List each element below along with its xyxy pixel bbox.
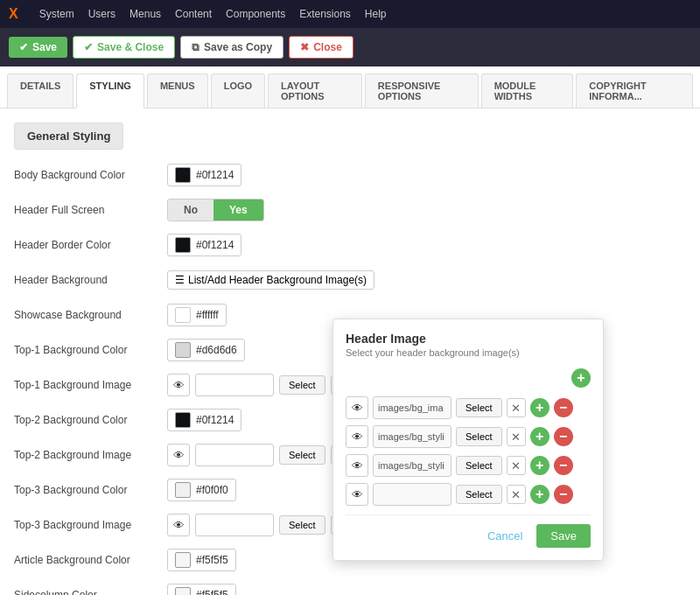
modal-add-btn-3[interactable]: + [530, 456, 550, 475]
top2-eye-icon[interactable]: 👁 [167, 444, 190, 466]
header-fullscreen-row: Header Full Screen No Yes [14, 197, 686, 223]
nav-users[interactable]: Users [88, 8, 116, 20]
tab-layout[interactable]: LAYOUT OPTIONS [268, 74, 362, 108]
top3-image-input[interactable] [195, 514, 274, 536]
tab-details[interactable]: DETAILS [7, 74, 74, 108]
showcase-bg-label: Showcase Background [14, 309, 167, 321]
nav-components[interactable]: Components [226, 8, 285, 20]
top2-bg-color-swatch[interactable]: #0f1214 [167, 409, 242, 431]
tab-bar: DETAILS STYLING MENUS LOGO LAYOUT OPTION… [0, 66, 700, 108]
modal-select-btn-2[interactable]: Select [456, 427, 502, 446]
top2-select-btn[interactable]: Select [279, 445, 326, 465]
sidecolumn-color-label: Sidecolumn Color [14, 589, 167, 595]
modal-cancel-btn[interactable]: Cancel [480, 524, 529, 548]
modal-add-btn-1[interactable]: + [530, 398, 550, 417]
top-nav: X System Users Menus Content Components … [0, 0, 700, 28]
save-copy-button[interactable]: ⧉ Save as Copy [180, 36, 284, 59]
header-image-modal: Header Image Select your header backgrou… [332, 318, 604, 561]
nav-extensions[interactable]: Extensions [299, 8, 351, 20]
header-border-color-value: #0f1214 [196, 239, 234, 251]
top3-bg-color-swatch[interactable]: #f0f0f0 [167, 479, 236, 501]
article-bg-color-label: Article Background Color [14, 554, 167, 566]
site-logo: X [9, 6, 18, 22]
modal-select-btn-3[interactable]: Select [456, 456, 502, 475]
top3-bg-color-value: #f0f0f0 [196, 484, 228, 496]
modal-add-btn-2[interactable]: + [530, 427, 550, 446]
modal-remove-btn-3[interactable]: − [554, 456, 573, 475]
tab-module-widths[interactable]: MODULE WIDTHS [481, 74, 574, 108]
top2-image-input[interactable] [195, 444, 274, 466]
top2-bg-image-label: Top-2 Background Image [14, 449, 167, 461]
top1-bg-color-label: Top-1 Background Color [14, 344, 167, 356]
modal-save-btn[interactable]: Save [536, 524, 591, 548]
top3-select-btn[interactable]: Select [279, 515, 326, 535]
top1-bg-color-value: #d6d6d6 [196, 344, 237, 356]
nav-menus[interactable]: Menus [130, 8, 161, 20]
top2-bg-color-label: Top-2 Background Color [14, 414, 167, 426]
tab-menus[interactable]: MENUS [147, 74, 208, 108]
toggle-no[interactable]: No [168, 200, 214, 220]
modal-remove-btn-4[interactable]: − [554, 485, 573, 504]
modal-image-input-1[interactable] [373, 396, 452, 419]
modal-eye-icon-4[interactable]: 👁 [346, 483, 368, 506]
modal-image-input-4[interactable] [373, 483, 452, 506]
top1-eye-icon[interactable]: 👁 [167, 374, 190, 396]
nav-help[interactable]: Help [365, 8, 387, 20]
main-content: General Styling Body Background Color #0… [0, 108, 700, 595]
header-bg-row: Header Background ☰ List/Add Header Back… [14, 267, 686, 293]
save-button[interactable]: ✔ Save [9, 37, 67, 58]
modal-select-btn-1[interactable]: Select [456, 398, 502, 417]
modal-image-input-2[interactable] [373, 425, 452, 448]
tab-styling[interactable]: STYLING [76, 74, 144, 108]
copy-icon: ⧉ [192, 41, 200, 53]
top1-image-input[interactable] [195, 374, 274, 396]
modal-remove-btn-2[interactable]: − [554, 427, 573, 446]
top3-eye-icon[interactable]: 👁 [167, 514, 190, 536]
toolbar: ✔ Save ✔ Save & Close ⧉ Save as Copy ✖ C… [0, 28, 700, 66]
showcase-bg-swatch[interactable]: #ffffff [167, 304, 227, 326]
body-bg-color-value: #0f1214 [196, 169, 234, 181]
header-border-color-swatch[interactable]: #0f1214 [167, 234, 242, 256]
list-icon: ☰ [175, 274, 185, 286]
swatch-box-5 [175, 412, 191, 428]
toggle-yes[interactable]: Yes [214, 200, 263, 220]
swatch-box-7 [175, 552, 191, 568]
save-close-button[interactable]: ✔ Save & Close [73, 36, 175, 59]
sidecolumn-color-value: #f5f5f5 [196, 589, 228, 595]
swatch-box-3 [175, 307, 191, 323]
modal-image-row-1: 👁 Select ✕ + − [346, 396, 591, 419]
close-button[interactable]: ✖ Close [289, 36, 354, 59]
modal-select-btn-4[interactable]: Select [456, 485, 502, 504]
top1-bg-color-swatch[interactable]: #d6d6d6 [167, 339, 245, 361]
sidecolumn-color-swatch[interactable]: #f5f5f5 [167, 584, 236, 595]
swatch-box-8 [175, 587, 191, 595]
modal-eye-icon-1[interactable]: 👁 [346, 396, 368, 419]
modal-image-input-3[interactable] [373, 454, 452, 477]
top1-bg-image-label: Top-1 Background Image [14, 379, 167, 391]
modal-add-row-btn[interactable]: + [571, 368, 591, 388]
modal-remove-btn-1[interactable]: − [554, 398, 573, 417]
modal-eye-icon-3[interactable]: 👁 [346, 454, 368, 477]
nav-system[interactable]: System [39, 8, 74, 20]
body-bg-color-row: Body Background Color #0f1214 [14, 162, 686, 188]
article-bg-color-swatch[interactable]: #f5f5f5 [167, 549, 236, 571]
top1-select-btn[interactable]: Select [279, 375, 326, 395]
modal-clear-btn-2[interactable]: ✕ [507, 427, 526, 446]
swatch-box-2 [175, 237, 191, 253]
modal-clear-btn-4[interactable]: ✕ [507, 485, 526, 504]
article-bg-color-value: #f5f5f5 [196, 554, 228, 566]
modal-clear-btn-1[interactable]: ✕ [507, 398, 526, 417]
top2-bg-color-value: #0f1214 [196, 414, 234, 426]
tab-responsive[interactable]: RESPONSIVE OPTIONS [365, 74, 479, 108]
tab-logo[interactable]: LOGO [211, 74, 265, 108]
header-fullscreen-toggle[interactable]: No Yes [167, 199, 264, 221]
swatch-box-6 [175, 482, 191, 498]
modal-add-btn-4[interactable]: + [530, 485, 550, 504]
header-bg-list-btn[interactable]: ☰ List/Add Header Background Image(s) [167, 270, 374, 290]
modal-image-row-2: 👁 Select ✕ + − [346, 425, 591, 448]
modal-eye-icon-2[interactable]: 👁 [346, 425, 368, 448]
nav-content[interactable]: Content [175, 8, 212, 20]
modal-clear-btn-3[interactable]: ✕ [507, 456, 526, 475]
tab-copyright[interactable]: COPYRIGHT INFORMA... [576, 74, 693, 108]
body-bg-color-swatch[interactable]: #0f1214 [167, 164, 242, 186]
